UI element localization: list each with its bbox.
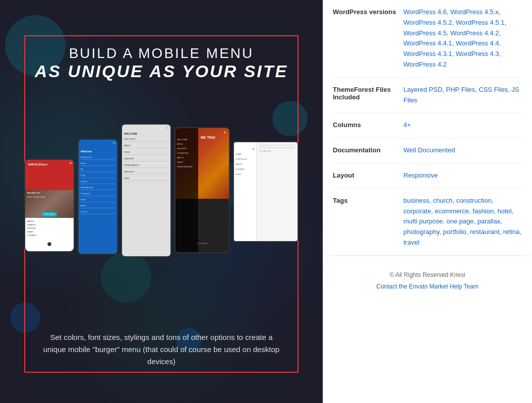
tablet-wide-screen: ✕ HOME PORTFOLIO ABOUT CONTACT BLOG REGU…: [234, 142, 298, 241]
tablet-md-item-3: FOOD: [124, 151, 168, 155]
tablet-md-header: WELCOME: [124, 132, 168, 135]
tablet-sm-item-3: All: [81, 168, 115, 172]
tablet-wide-nav: ✕ HOME PORTFOLIO ABOUT CONTACT BLOG: [234, 142, 257, 241]
tablet-food-screen: ME TRAI ✕ WELCOME MENU DELIVERY LOCATION…: [175, 128, 229, 252]
device-phone: ENFOLDGym THE BEST GY FREE 30 DAY TRIA F…: [24, 159, 75, 252]
tablet-md-item-5: DEPARTMENTS: [124, 164, 168, 168]
device-tablet-food: ME TRAI ✕ WELCOME MENU DELIVERY LOCATION…: [174, 127, 230, 253]
tablet-sm-item-7: Caribbean: [81, 192, 115, 196]
themeforest-files-value: Layered PSD, PHP Files, CSS Files, JS Fi…: [403, 85, 522, 106]
food-overlay-text: ME TRAI: [201, 136, 215, 139]
wordpress-versions-value: WordPress 4.6, WordPress 4.5.x, WordPres…: [403, 7, 522, 70]
tablet-md-item-4: CAREERS: [124, 157, 168, 161]
tablet-sm-item-9: About: [81, 204, 115, 208]
wide-nav-item-2: PORTFOLIO: [235, 158, 255, 160]
headline-italic: AS UNIQUE: [35, 62, 144, 81]
wide-top-line-1: [259, 145, 295, 146]
tags-label: Tags: [333, 196, 403, 248]
wide-content-text: REGULAR TAE E: [259, 150, 295, 152]
phone-tagline: THE BEST GY: [25, 190, 74, 196]
columns-value: 4+: [403, 120, 522, 131]
tablet-small-header: Welcome: [81, 150, 115, 153]
info-table: WordPress versions WordPress 4.6, WordPr…: [323, 0, 532, 256]
columns-label: Columns: [333, 120, 403, 131]
layout-row: Layout Responsive: [333, 163, 522, 189]
food-item-5: ABOUT: [177, 156, 197, 159]
food-close-icon: ✕: [223, 131, 226, 135]
food-item-7: RESERVATIONS: [177, 165, 197, 168]
phone-cta-btn: FREE 30 DAY: [42, 212, 57, 216]
food-menu: WELCOME MENU DELIVERY LOCATIONS ABOUT NE…: [175, 128, 198, 252]
wordpress-versions-row: WordPress versions WordPress 4.6, WordPr…: [333, 0, 522, 78]
phone-cta: FREE 30 DAY TRIA: [25, 196, 74, 198]
food-item-6: NEWS: [177, 161, 197, 163]
device-tablet-wide: ✕ HOME PORTFOLIO ABOUT CONTACT BLOG REGU…: [233, 141, 299, 242]
headline-top: BUILD A MOBILE MENU: [0, 45, 323, 62]
footer-help-link[interactable]: Contact the Envato Market Help Team: [376, 283, 479, 290]
tags-row: Tags business, church, construction, cor…: [333, 189, 522, 256]
headline-bold: AS UNIQUE AS YOUR SITE: [0, 62, 323, 81]
documentation-row: Documentation Well Documented: [333, 138, 522, 163]
phone-home-button: [47, 242, 51, 246]
tablet-small-screen: ✕ Welcome Destinations About All Food Eu…: [79, 140, 117, 254]
tablet-sm-item-1: Destinations: [81, 156, 115, 160]
food-item-2: MENU: [177, 143, 197, 145]
device-tablet-medium: ✕ WELCOME OUR CLINIC ABOUT FOOD CAREERS …: [121, 124, 171, 257]
food-item-4: LOCATIONS: [177, 152, 197, 154]
tags-value: business, church, construction, corporat…: [403, 196, 522, 248]
tablet-md-item-2: ABOUT: [124, 144, 168, 148]
tablet-md-item-1: OUR CLINIC: [124, 138, 168, 142]
wide-top-line-2: [259, 147, 295, 148]
left-panel: BUILD A MOBILE MENU AS UNIQUE AS YOUR SI…: [0, 0, 323, 403]
tablet-md-item-6: SERVICES: [124, 170, 168, 175]
tablet-sm-item-8: Deals: [81, 198, 115, 202]
wide-nav-item-3: ABOUT: [235, 163, 255, 165]
tablet-medium-close: ✕: [166, 126, 169, 130]
right-panel: WordPress versions WordPress 4.6, WordPr…: [323, 0, 532, 403]
tablet-sm-item-2: About: [81, 162, 115, 166]
tablet-sm-item-5: Europe: [81, 180, 115, 184]
phone-image: THE BEST GY FREE 30 DAY TRIA FREE 30 DAY: [25, 190, 74, 218]
devices-area: ENFOLDGym THE BEST GY FREE 30 DAY TRIA F…: [25, 101, 298, 257]
themeforest-files-label: ThemeForest Files Included: [333, 85, 403, 106]
phone-screen: ENFOLDGym THE BEST GY FREE 30 DAY TRIA F…: [25, 160, 74, 251]
tablet-sm-item-6: North America: [81, 186, 115, 190]
food-bottom-text: CULA TAE E: [197, 242, 208, 245]
tablet-md-item-7: JOBS: [124, 177, 168, 181]
headline-rest: AS YOUR SITE: [144, 62, 288, 81]
tablet-small-close: ✕: [112, 141, 115, 145]
phone-menu-list: ABOUT SEARCH PRICING NEWS CONTACT: [25, 218, 74, 240]
food-item-3: DELIVERY: [177, 147, 197, 150]
phone-header: ENFOLDGym: [25, 160, 74, 190]
phone-brand: ENFOLDGym: [28, 163, 47, 166]
layout-value: Responsive: [403, 170, 522, 181]
tablet-wide-content: REGULAR TAE E: [257, 142, 298, 241]
tablet-sm-item-10: Contact: [81, 210, 115, 214]
tablet-medium-screen: ✕ WELCOME OUR CLINIC ABOUT FOOD CAREERS …: [122, 125, 170, 256]
columns-row: Columns 4+: [333, 113, 522, 138]
phone-menu-item-2: SEARCH: [27, 223, 72, 226]
footer-copyright: © All Rights Reserved Kriesi: [333, 271, 522, 278]
food-item-1: WELCOME: [177, 138, 197, 141]
device-tablet-small: ✕ Welcome Destinations About All Food Eu…: [78, 139, 118, 255]
bottom-description: Set colors, font sizes, stylings and ton…: [40, 331, 282, 368]
phone-menu-item-4: NEWS: [27, 231, 72, 233]
documentation-value: Well Documented: [403, 145, 522, 156]
phone-menu-item-3: PRICING: [27, 227, 72, 229]
wide-nav-item-4: CONTACT: [235, 168, 255, 170]
tablet-wide-close: ✕: [235, 147, 255, 151]
headline-area: BUILD A MOBILE MENU AS UNIQUE AS YOUR SI…: [0, 45, 323, 81]
wide-nav-item-1: HOME: [235, 153, 255, 155]
layout-label: Layout: [333, 170, 403, 181]
wordpress-versions-label: WordPress versions: [333, 7, 403, 70]
bottom-text-area: Set colors, font sizes, stylings and ton…: [0, 331, 323, 368]
wide-nav-item-5: BLOG: [235, 173, 255, 176]
footer-section: © All Rights Reserved Kriesi Contact the…: [323, 256, 532, 301]
phone-close-icon: ✕: [69, 161, 72, 165]
themeforest-files-row: ThemeForest Files Included Layered PSD, …: [333, 78, 522, 113]
tablet-sm-item-4: Food: [81, 174, 115, 178]
phone-menu-item-1: ABOUT: [27, 220, 72, 222]
phone-menu-item-5: CONTACT: [27, 234, 72, 237]
documentation-label: Documentation: [333, 145, 403, 156]
